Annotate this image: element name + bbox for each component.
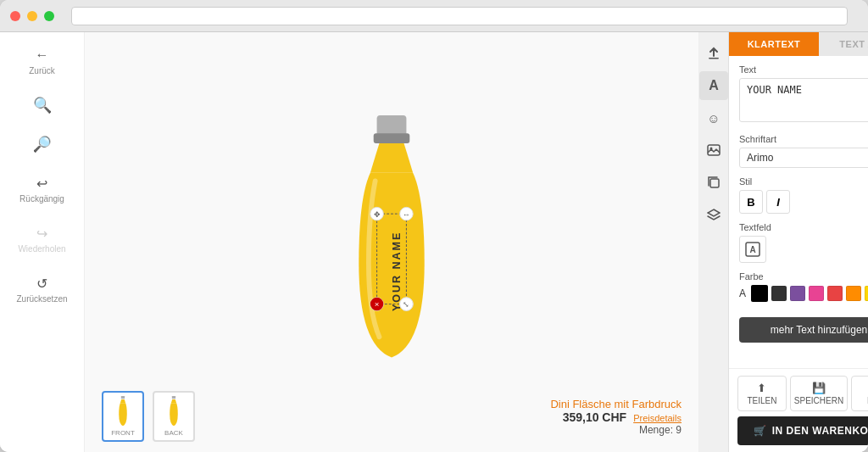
zoom-out-icon: 🔍 bbox=[33, 135, 52, 153]
icon-strip: A ☺ bbox=[699, 32, 729, 452]
right-content: KLARTEXT TEXT ART Text YOUR NAME Schrift… bbox=[729, 32, 868, 452]
left-toolbar: ← Zurück 🔍 🔍 ↩ Rückgängig ↪ Wiederholen … bbox=[0, 32, 85, 452]
product-info: Dini Fläsche mit Farbdruck 359,10 CHF Pr… bbox=[212, 398, 682, 436]
copy-icon-btn[interactable] bbox=[699, 168, 728, 197]
svg-text:⤡: ⤡ bbox=[403, 300, 409, 309]
save-button[interactable]: 💾 SPEICHERN bbox=[790, 376, 848, 411]
image-icon bbox=[707, 143, 721, 157]
svg-text:YOUR NAME: YOUR NAME bbox=[391, 231, 403, 310]
text-icon: A bbox=[709, 78, 719, 93]
redo-label: Wiederholen bbox=[18, 244, 65, 254]
thumb-back-image bbox=[165, 396, 182, 427]
add-text-button[interactable]: mehr Text hinzufügen bbox=[739, 317, 868, 343]
image-icon-btn[interactable] bbox=[699, 136, 728, 165]
thumb-front-label: FRONT bbox=[111, 429, 135, 437]
color-swatch-darkgray[interactable] bbox=[771, 286, 787, 301]
share-button[interactable]: ⬆ TEILEN bbox=[737, 376, 787, 411]
action-buttons: ⬆ TEILEN 💾 SPEICHERN 📄 PDF bbox=[729, 368, 868, 452]
thumb-back[interactable]: BACK bbox=[153, 391, 195, 442]
bottle-svg: YOUR NAME ✥ ↔ × ⤡ bbox=[332, 115, 451, 370]
text-art-tab[interactable]: TEXT ART bbox=[819, 32, 868, 56]
maximize-button[interactable] bbox=[44, 11, 54, 21]
style-field-group: Stil B I bbox=[739, 176, 868, 214]
upload-icon-btn[interactable] bbox=[699, 39, 728, 68]
bottle-preview[interactable]: YOUR NAME ✥ ↔ × ⤡ bbox=[315, 107, 468, 378]
farbe-label: Farbe bbox=[739, 271, 868, 282]
svg-text:×: × bbox=[375, 299, 380, 309]
svg-rect-15 bbox=[172, 396, 175, 399]
upload-icon bbox=[707, 47, 721, 60]
thumb-back-label: BACK bbox=[164, 429, 183, 437]
klartext-tab[interactable]: KLARTEXT bbox=[729, 32, 819, 56]
product-title: Dini Fläsche mit Farbdruck bbox=[212, 398, 682, 410]
style-buttons: B I bbox=[739, 190, 868, 214]
svg-rect-19 bbox=[710, 179, 719, 187]
save-icon: 💾 bbox=[812, 382, 826, 394]
main-canvas: YOUR NAME ✥ ↔ × ⤡ bbox=[85, 32, 698, 452]
reset-icon: ↺ bbox=[33, 274, 52, 293]
undo-tool[interactable]: ↩ Rückgängig bbox=[13, 170, 71, 207]
back-tool[interactable]: ← Zurück bbox=[22, 42, 62, 79]
add-to-cart-button[interactable]: 🛒 IN DEN WARENKORB bbox=[737, 416, 868, 445]
color-swatch-orange[interactable] bbox=[846, 286, 861, 301]
textfeld-icon-button[interactable]: A bbox=[739, 236, 766, 263]
svg-text:✥: ✥ bbox=[374, 210, 381, 219]
face-icon: ☺ bbox=[707, 111, 720, 126]
bold-button[interactable]: B bbox=[739, 190, 763, 214]
text-icon-btn[interactable]: A bbox=[699, 71, 728, 100]
svg-rect-14 bbox=[121, 396, 125, 399]
right-panel: A ☺ bbox=[698, 32, 868, 452]
copy-icon bbox=[707, 176, 721, 189]
svg-rect-1 bbox=[374, 133, 410, 143]
tab-buttons: KLARTEXT TEXT ART bbox=[729, 32, 868, 56]
color-swatch-red[interactable] bbox=[827, 286, 843, 301]
back-label: Zurück bbox=[29, 66, 55, 75]
textfeld-icon: A bbox=[745, 242, 760, 257]
product-quantity: Menge: 9 bbox=[212, 424, 682, 436]
undo-label: Rückgängig bbox=[19, 194, 64, 204]
redo-icon: ↪ bbox=[33, 224, 52, 243]
save-label: SPEICHERN bbox=[794, 396, 843, 405]
share-row: ⬆ TEILEN 💾 SPEICHERN 📄 PDF bbox=[737, 376, 868, 411]
textfeld-group: Textfeld A bbox=[739, 222, 868, 263]
close-button[interactable] bbox=[10, 11, 20, 21]
undo-icon: ↩ bbox=[33, 174, 52, 193]
color-swatch-yellow[interactable] bbox=[865, 286, 868, 301]
bottom-area: FRONT BACK Dini Fläsche mit Farbdruck bbox=[85, 381, 698, 452]
pdf-button[interactable]: 📄 PDF bbox=[851, 376, 868, 411]
italic-button[interactable]: I bbox=[766, 190, 790, 214]
farbe-group: Farbe A bbox=[739, 271, 868, 302]
svg-rect-16 bbox=[709, 58, 719, 59]
cart-label: IN DEN WARENKORB bbox=[772, 425, 868, 437]
minimize-button[interactable] bbox=[27, 11, 37, 21]
thumbnails: FRONT BACK bbox=[102, 391, 195, 442]
share-icon: ⬆ bbox=[757, 382, 766, 394]
text-input[interactable]: YOUR NAME bbox=[739, 78, 868, 122]
browser-titlebar bbox=[0, 0, 868, 32]
redo-tool[interactable]: ↪ Wiederholen bbox=[11, 220, 72, 257]
reset-label: Zurücksetzen bbox=[16, 294, 67, 304]
color-swatch-black[interactable] bbox=[751, 285, 768, 302]
thumb-front-image bbox=[114, 396, 131, 427]
panel-content: Text YOUR NAME Schriftart Arimo ▾ bbox=[729, 56, 868, 368]
layers-icon bbox=[707, 208, 721, 221]
text-field-group: Text YOUR NAME bbox=[739, 64, 868, 126]
zoom-in-tool[interactable]: 🔍 bbox=[26, 92, 58, 118]
zoom-out-tool[interactable]: 🔍 bbox=[26, 131, 58, 157]
zoom-in-icon: 🔍 bbox=[33, 96, 52, 114]
face-icon-btn[interactable]: ☺ bbox=[699, 103, 728, 132]
address-bar[interactable] bbox=[71, 7, 848, 25]
layers-icon-btn[interactable] bbox=[699, 200, 728, 229]
reset-tool[interactable]: ↺ Zurücksetzen bbox=[9, 271, 74, 307]
thumb-front[interactable]: FRONT bbox=[102, 391, 144, 442]
textfeld-label: Textfeld bbox=[739, 222, 868, 232]
font-select[interactable]: Arimo ▾ bbox=[739, 148, 868, 168]
color-swatch-purple[interactable] bbox=[790, 286, 805, 301]
font-field-group: Schriftart Arimo ▾ bbox=[739, 134, 868, 168]
color-swatch-pink[interactable] bbox=[809, 286, 824, 301]
color-row: A bbox=[739, 285, 868, 302]
price-details-link[interactable]: Preisdetails bbox=[633, 413, 682, 423]
text-field-label: Text bbox=[739, 64, 868, 75]
font-label: Schriftart bbox=[739, 134, 868, 144]
font-value: Arimo bbox=[747, 152, 868, 164]
